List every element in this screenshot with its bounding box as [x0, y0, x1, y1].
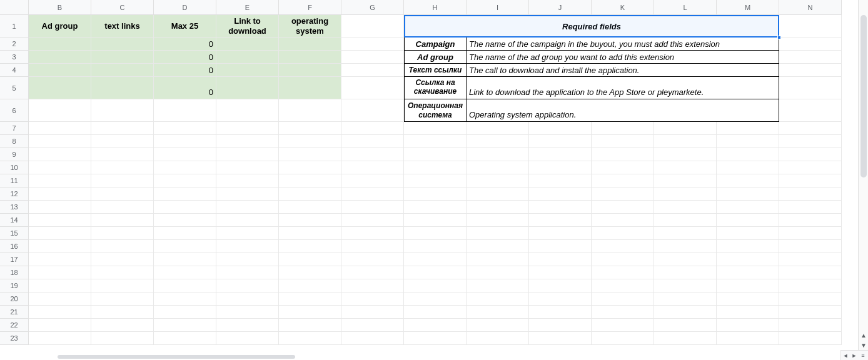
cell-F19[interactable]	[279, 279, 341, 292]
row-header-6[interactable]: 6	[0, 99, 29, 122]
cell-J14[interactable]	[529, 214, 592, 227]
vertical-scrollbar[interactable]: ▲ ▼	[858, 0, 868, 350]
col-header-D[interactable]: D	[154, 0, 216, 15]
cell-B22[interactable]	[29, 319, 91, 332]
cell-C3[interactable]	[91, 51, 154, 64]
cell-E21[interactable]	[216, 306, 279, 319]
cell-H4[interactable]: Текст ссылки	[404, 64, 467, 77]
cell-E20[interactable]	[216, 292, 279, 306]
cell-K8[interactable]	[592, 135, 654, 148]
cell-M11[interactable]	[717, 174, 779, 188]
cell-D12[interactable]	[154, 188, 216, 201]
row-header-20[interactable]: 20	[0, 292, 29, 306]
cell-E13[interactable]	[216, 201, 279, 214]
cell-B5[interactable]	[29, 77, 91, 99]
cell-G23[interactable]	[341, 332, 404, 345]
col-header-E[interactable]: E	[216, 0, 279, 15]
cell-M20[interactable]	[717, 292, 779, 306]
row-header-15[interactable]: 15	[0, 227, 29, 240]
cell-G18[interactable]	[341, 266, 404, 279]
cell-G3[interactable]	[341, 51, 404, 64]
cell-D5[interactable]: 0	[154, 77, 216, 99]
cell-L7[interactable]	[654, 122, 717, 135]
cell-C21[interactable]	[91, 306, 154, 319]
cell-E3[interactable]	[216, 51, 279, 64]
cell-F7[interactable]	[279, 122, 341, 135]
cell-D3[interactable]: 0	[154, 51, 216, 64]
cell-J23[interactable]	[529, 332, 592, 345]
cell-C4[interactable]	[91, 64, 154, 77]
cell-I18[interactable]	[467, 266, 529, 279]
cell-F18[interactable]	[279, 266, 341, 279]
cell-B11[interactable]	[29, 174, 91, 188]
cell-D1[interactable]: Max 25	[154, 15, 216, 38]
cell-C16[interactable]	[91, 240, 154, 253]
horizontal-scroll-thumb[interactable]	[58, 355, 295, 359]
row-header-9[interactable]: 9	[0, 148, 29, 161]
row-header-2[interactable]: 2	[0, 38, 29, 51]
cell-I9[interactable]	[467, 148, 529, 161]
cell-F21[interactable]	[279, 306, 341, 319]
cell-F15[interactable]	[279, 227, 341, 240]
cell-K9[interactable]	[592, 148, 654, 161]
cell-N22[interactable]	[779, 319, 842, 332]
scroll-down-icon[interactable]: ▼	[859, 340, 868, 350]
cell-B12[interactable]	[29, 188, 91, 201]
cell-N12[interactable]	[779, 188, 842, 201]
row-header-7[interactable]: 7	[0, 122, 29, 135]
cell-G21[interactable]	[341, 306, 404, 319]
cell-F1[interactable]: operating system	[279, 15, 341, 38]
row-header-3[interactable]: 3	[0, 51, 29, 64]
cell-N6[interactable]	[779, 99, 842, 122]
cell-H3[interactable]: Ad group	[404, 51, 467, 64]
cell-E6[interactable]	[216, 99, 279, 122]
cell-E2[interactable]	[216, 38, 279, 51]
cell-G2[interactable]	[341, 38, 404, 51]
cell-N20[interactable]	[779, 292, 842, 306]
cell-N16[interactable]	[779, 240, 842, 253]
cell-K15[interactable]	[592, 227, 654, 240]
cell-B13[interactable]	[29, 201, 91, 214]
cell-D2[interactable]: 0	[154, 38, 216, 51]
cell-G17[interactable]	[341, 253, 404, 266]
cell-C10[interactable]	[91, 161, 154, 174]
cell-D11[interactable]	[154, 174, 216, 188]
scroll-up-icon[interactable]: ▲	[859, 330, 868, 340]
cell-E18[interactable]	[216, 266, 279, 279]
cell-I11[interactable]	[467, 174, 529, 188]
row-header-19[interactable]: 19	[0, 279, 29, 292]
cell-G7[interactable]	[341, 122, 404, 135]
sheet-menu-icon[interactable]: ≡	[859, 351, 867, 360]
cell-I14[interactable]	[467, 214, 529, 227]
cell-J8[interactable]	[529, 135, 592, 148]
cell-H16[interactable]	[404, 240, 467, 253]
cell-N13[interactable]	[779, 201, 842, 214]
cell-K14[interactable]	[592, 214, 654, 227]
cell-L8[interactable]	[654, 135, 717, 148]
cell-G4[interactable]	[341, 64, 404, 77]
col-header-M[interactable]: M	[717, 0, 779, 15]
cell-M12[interactable]	[717, 188, 779, 201]
cell-E10[interactable]	[216, 161, 279, 174]
cell-E9[interactable]	[216, 148, 279, 161]
cell-G15[interactable]	[341, 227, 404, 240]
cell-G13[interactable]	[341, 201, 404, 214]
cell-B2[interactable]	[29, 38, 91, 51]
cell-C5[interactable]	[91, 77, 154, 99]
row-header-16[interactable]: 16	[0, 240, 29, 253]
cell-M8[interactable]	[717, 135, 779, 148]
cell-B9[interactable]	[29, 148, 91, 161]
cell-I4-merged[interactable]: The call to download and install the app…	[467, 64, 779, 77]
cell-C20[interactable]	[91, 292, 154, 306]
cell-H20[interactable]	[404, 292, 467, 306]
cell-J15[interactable]	[529, 227, 592, 240]
cell-D10[interactable]	[154, 161, 216, 174]
cell-M23[interactable]	[717, 332, 779, 345]
cell-F4[interactable]	[279, 64, 341, 77]
cell-D14[interactable]	[154, 214, 216, 227]
cell-G8[interactable]	[341, 135, 404, 148]
cell-F2[interactable]	[279, 38, 341, 51]
cell-B15[interactable]	[29, 227, 91, 240]
cell-M13[interactable]	[717, 201, 779, 214]
cell-I21[interactable]	[467, 306, 529, 319]
